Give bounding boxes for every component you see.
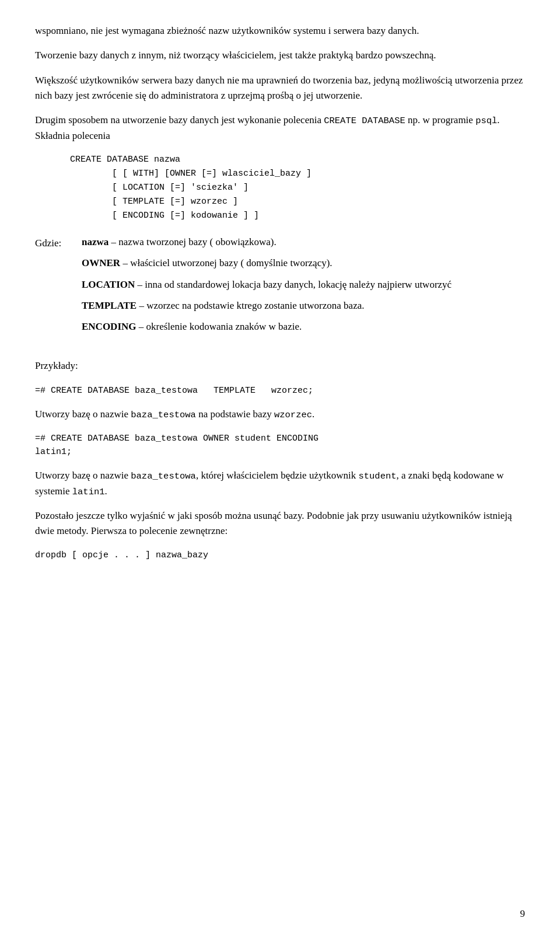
gdzie-content: nazwa – nazwa tworzonej bazy ( obowiązko… xyxy=(82,235,525,341)
example2-pre: Utworzy bazę o nazwie xyxy=(35,470,131,481)
gdzie-term-owner: OWNER xyxy=(82,257,120,268)
gdzie-item-location: LOCATION – inna od standardowej lokacja … xyxy=(82,277,525,292)
gdzie-term-template: TEMPLATE xyxy=(82,300,136,311)
gdzie-desc-encoding: określenie kodowania znaków w bazie. xyxy=(146,321,302,332)
example1-description: Utworzy bazę o nazwie baza_testowa na po… xyxy=(35,407,525,422)
gdzie-term-location: LOCATION xyxy=(82,279,135,290)
example2-end: . xyxy=(105,486,107,497)
gdzie-term-nazwa: nazwa xyxy=(82,236,108,247)
example2-code1: baza_testowa xyxy=(131,471,196,481)
paragraph-3: Większość użytkowników serwera bazy dany… xyxy=(35,73,525,104)
example2-mid1: , której właścicielem będzie użytkownik xyxy=(196,470,359,481)
paragraph-5: Pozostało jeszcze tylko wyjaśnić w jaki … xyxy=(35,508,525,539)
paragraph-4-code1: CREATE DATABASE xyxy=(324,116,405,126)
gdzie-label: Gdzie: xyxy=(35,235,82,341)
gdzie-item-owner: OWNER – właściciel utworzonej bazy ( dom… xyxy=(82,256,525,271)
example1-end: . xyxy=(312,409,314,420)
gdzie-item-template: TEMPLATE – wzorzec na podstawie ktrego z… xyxy=(82,298,525,313)
gdzie-dash-3: – xyxy=(135,279,145,290)
paragraph-1: wspomniano, nie jest wymagana zbieżność … xyxy=(35,23,525,39)
code-block-create: CREATE DATABASE nazwa [ [ WITH] [OWNER [… xyxy=(70,153,525,223)
gdzie-desc-location: inna od standardowej lokacja bazy danych… xyxy=(145,279,452,290)
example2-description: Utworzy bazę o nazwie baza_testowa, któr… xyxy=(35,468,525,499)
example2-code3: latin1 xyxy=(72,487,105,497)
dropdb-code: dropdb [ opcje . . . ] nazwa_bazy xyxy=(35,549,525,562)
gdzie-dash-1: – xyxy=(108,236,118,247)
paragraph-2: Tworzenie bazy danych z innym, niż tworz… xyxy=(35,48,525,63)
example1-code-inline2: wzorzec xyxy=(274,410,312,420)
paragraph-4-pre: Drugim sposobem na utworzenie bazy danyc… xyxy=(35,114,324,125)
example1-code: =# CREATE DATABASE baza_testowa TEMPLATE… xyxy=(35,384,525,397)
paragraph-4-code2: psql xyxy=(475,116,497,126)
gdzie-section: Gdzie: nazwa – nazwa tworzonej bazy ( ob… xyxy=(35,235,525,341)
gdzie-item-nazwa: nazwa – nazwa tworzonej bazy ( obowiązko… xyxy=(82,235,525,250)
gdzie-term-encoding: ENCODING xyxy=(82,321,136,332)
example2-code2: student xyxy=(358,471,396,481)
example1-code-inline: baza_testowa xyxy=(131,410,196,420)
gdzie-dash-2: – xyxy=(120,257,130,268)
paragraph-4: Drugim sposobem na utworzenie bazy danyc… xyxy=(35,113,525,144)
przyklady-section: Przykłady: =# CREATE DATABASE baza_testo… xyxy=(35,358,525,499)
przyklady-label: Przykłady: xyxy=(35,358,525,373)
gdzie-dash-5: – xyxy=(136,321,146,332)
paragraph-4-post: np. w programie xyxy=(405,114,475,125)
gdzie-item-encoding: ENCODING – określenie kodowania znaków w… xyxy=(82,319,525,334)
gdzie-desc-nazwa: nazwa tworzonej bazy ( obowiązkowa). xyxy=(118,236,276,247)
example2-code: =# CREATE DATABASE baza_testowa OWNER st… xyxy=(35,432,525,459)
gdzie-desc-template: wzorzec na podstawie ktrego zostanie utw… xyxy=(146,300,364,311)
example1-mid: na podstawie bazy xyxy=(196,409,274,420)
gdzie-desc-owner: właściciel utworzonej bazy ( domyślnie t… xyxy=(130,257,332,268)
gdzie-dash-4: – xyxy=(136,300,146,311)
example1-pre: Utworzy bazę o nazwie xyxy=(35,409,131,420)
